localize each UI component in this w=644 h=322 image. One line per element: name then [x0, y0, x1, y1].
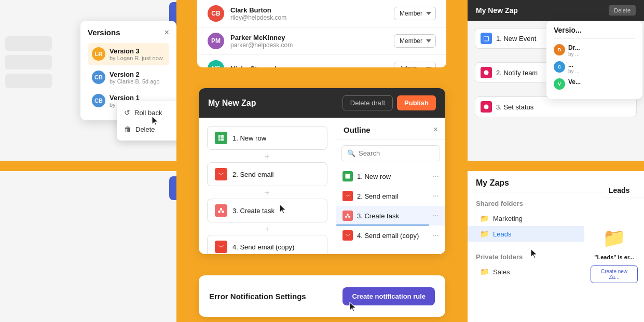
outline-more-4[interactable]: ··· — [432, 231, 439, 240]
rv-avatar-1: D — [554, 44, 565, 55]
zap-editor-actions: Delete draft Publish — [342, 95, 436, 110]
rollback-label: Roll back — [134, 109, 162, 117]
version-3-name: Version 3 — [109, 47, 163, 55]
version-2-avatar: CB — [92, 71, 105, 84]
right-panel-delete-btn[interactable]: Delete — [609, 5, 636, 16]
rv-info-3: Ve... — [568, 78, 581, 86]
outline-icon-sheets-1 — [342, 171, 353, 181]
member-info-nicky: Nicky Steward — [230, 65, 388, 68]
outline-header: Outline × — [336, 118, 445, 140]
right-step-3[interactable]: 3. Set status — [475, 96, 637, 117]
leads-is-text: "Leads" is er... — [594, 254, 634, 260]
step-1-label: 1. New row — [232, 134, 266, 142]
outline-close-btn[interactable]: × — [433, 125, 438, 134]
step-3-label: 3. Create task — [232, 207, 275, 215]
member-row-clark: CB Clark Burton riley@helpdesk.com Membe… — [197, 0, 446, 27]
step-icon-gmail-2 — [215, 168, 227, 180]
version-3-meta: by Logan R. just now — [109, 55, 163, 61]
step-connector-1[interactable]: + — [207, 152, 327, 161]
steps-column: 1. New row + 2. Send email + 3. Create t… — [199, 118, 336, 254]
rv-avatar-3: V — [554, 78, 565, 90]
step-icon-sheets-1 — [215, 132, 227, 144]
versions-title: Versions — [88, 28, 120, 37]
leads-folder-large-icon: 📁 — [602, 227, 626, 249]
svg-point-9 — [345, 216, 347, 218]
marketing-folder-icon: 📁 — [480, 214, 489, 222]
rv-item-3[interactable]: V Ve... — [554, 78, 635, 90]
member-email-clark: riley@helpdesk.com — [230, 14, 388, 21]
rv-meta-2: by ... — [568, 68, 580, 74]
outline-search-input[interactable] — [359, 149, 434, 157]
step-connector-2[interactable]: + — [207, 188, 327, 198]
delete-menu-item[interactable]: 🗑 Delete — [117, 121, 176, 137]
version-2-name: Version 2 — [109, 71, 160, 78]
zap-step-2[interactable]: 2. Send email — [207, 162, 327, 186]
version-item-2[interactable]: CB Version 2 by Clarke B. 5d ago — [88, 66, 169, 89]
versions-close-btn[interactable]: × — [165, 29, 169, 37]
version-item-3[interactable]: LR Version 3 by Logan R. just now — [88, 43, 169, 65]
rollback-menu-item[interactable]: ↺ Roll back — [117, 104, 176, 121]
zap-editor-body: 1. New row + 2. Send email + 3. Create t… — [199, 118, 445, 254]
outline-more-2[interactable]: ··· — [432, 191, 439, 201]
outline-item-1[interactable]: 1. New row ··· — [336, 166, 445, 186]
publish-button[interactable]: Publish — [397, 95, 436, 110]
member-name-clark: Clark Burton — [230, 6, 388, 14]
rv-name-3: Ve... — [568, 78, 581, 86]
svg-point-6 — [222, 211, 224, 213]
sales-folder-icon: 📁 — [480, 268, 489, 276]
outline-more-3[interactable]: ··· — [432, 211, 439, 220]
version-2-meta: by Clarke B. 5d ago — [109, 78, 160, 85]
step-icon-asana-3 — [215, 204, 227, 217]
svg-point-15 — [484, 105, 489, 109]
step-icon-gmail-4 — [215, 241, 227, 253]
outline-more-1[interactable]: ··· — [432, 172, 439, 181]
version-3-info: Version 3 by Logan R. just now — [109, 47, 163, 61]
rv-item-1[interactable]: D Dr... by ... — [554, 44, 635, 57]
right-panel-top: My New Zap Delete 1. New Event + 2. Noti… — [468, 0, 644, 161]
outline-icon-gmail-2 — [342, 191, 353, 201]
zap-step-4[interactable]: 4. Send email (copy) — [207, 235, 327, 254]
right-step-icon-1 — [481, 33, 492, 44]
members-panel: Member Access to zaps shared with them C… — [197, 0, 446, 67]
step-pill-3 — [5, 74, 52, 88]
right-versions-card: Versio... D Dr... by ... C ... by ... V … — [546, 21, 642, 99]
right-versions-title: Versio... — [554, 26, 635, 39]
version-1-name: Version 1 — [109, 94, 160, 102]
member-avatar-parker: PM — [208, 33, 224, 49]
step-2-label: 2. Send email — [232, 171, 274, 178]
delete-label: Delete — [135, 125, 155, 133]
create-new-zap-button[interactable]: Create new Za... — [591, 265, 638, 283]
create-notification-rule-button[interactable]: Create notification rule — [342, 287, 435, 305]
right-step-icon-3 — [481, 101, 492, 113]
svg-point-4 — [220, 208, 223, 211]
rv-info-2: ... by ... — [568, 61, 580, 74]
delete-context-icon: 🗑 — [124, 125, 131, 133]
outline-label-2: 2. Send email — [357, 192, 428, 200]
member-role-parker[interactable]: Member Admin — [394, 34, 436, 48]
svg-rect-0 — [218, 135, 224, 141]
right-step-label-3: 3. Set status — [496, 103, 533, 111]
member-avatar-clark: CB — [208, 5, 224, 22]
rv-avatar-2: C — [554, 61, 565, 73]
step-connector-3[interactable]: + — [207, 225, 327, 234]
outline-item-3[interactable]: 3. Create task ··· — [336, 206, 445, 226]
right-step-label-2: 2. Notify team — [496, 69, 538, 77]
outline-item-4[interactable]: 4. Send email (copy) ··· — [336, 226, 445, 245]
rv-item-2[interactable]: C ... by ... — [554, 61, 635, 74]
outline-title: Outline — [344, 125, 371, 134]
svg-rect-11 — [484, 36, 489, 41]
left-bottom-panel: Edit Zap Past Version 1. New Event 2. No… — [0, 171, 176, 322]
right-step-label-1: 1. New Event — [496, 35, 536, 43]
zap-editor-title: My New Zap — [208, 99, 256, 108]
zap-step-1[interactable]: 1. New row — [207, 126, 327, 150]
member-info-clark: Clark Burton riley@helpdesk.com — [230, 6, 388, 21]
member-role-clark[interactable]: Member Admin — [394, 7, 436, 20]
right-panel-title: My New Zap — [476, 6, 518, 15]
delete-draft-button[interactable]: Delete draft — [342, 95, 393, 110]
rv-info-1: Dr... by ... — [568, 44, 580, 57]
zap-step-3[interactable]: 3. Create task — [207, 199, 327, 222]
member-role-nicky[interactable]: Admin Member — [394, 62, 436, 67]
edit-zap-button-bottom[interactable]: Edit Zap — [169, 176, 176, 200]
outline-item-2[interactable]: 2. Send email ··· — [336, 186, 445, 206]
outline-panel: Outline × 🔍 1. New row ··· 2. Sen — [336, 118, 445, 254]
